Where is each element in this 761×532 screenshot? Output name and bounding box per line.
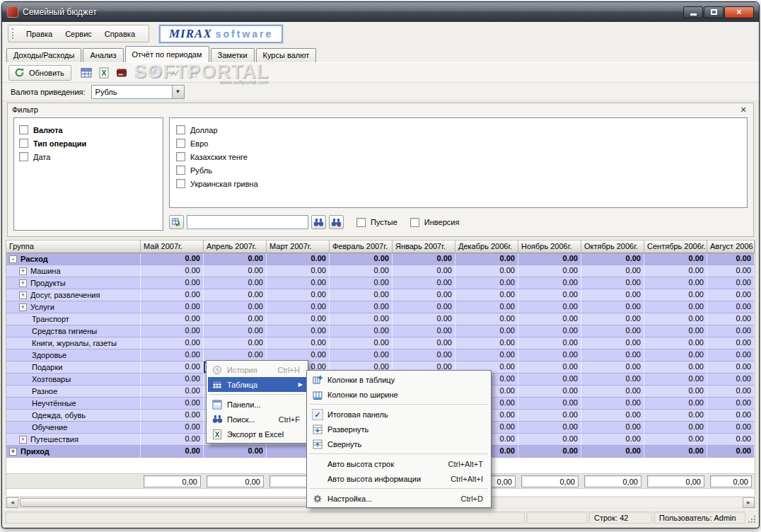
value-cell[interactable]: 0.00 — [518, 434, 581, 446]
value-cell[interactable]: 0.00 — [644, 301, 707, 313]
value-cell[interactable]: 0.00 — [267, 337, 330, 349]
refresh-button[interactable]: Обновить — [8, 65, 71, 81]
table-row-2[interactable]: +Машина0.000.000.000.000.000.000.000.000… — [6, 265, 755, 277]
value-cell[interactable]: 0.00 — [141, 313, 204, 325]
checkbox-icon[interactable] — [176, 125, 185, 134]
value-cell[interactable]: 0.00 — [330, 301, 393, 313]
value-cell[interactable]: 0.00 — [204, 301, 267, 313]
value-cell[interactable]: 0.00 — [707, 398, 755, 410]
value-cell[interactable]: 0.00 — [581, 422, 644, 434]
value-cell[interactable]: 0.00 — [330, 325, 393, 337]
value-cell[interactable]: 0.00 — [707, 386, 755, 398]
value-cell[interactable]: 0.00 — [267, 277, 330, 289]
value-cell[interactable]: 0.00 — [393, 349, 455, 362]
value-cell[interactable]: 0.00 — [204, 265, 267, 277]
checkbox-icon[interactable] — [19, 139, 28, 148]
value-cell[interactable]: 0.00 — [644, 349, 707, 362]
tab-1[interactable]: Доходы/Расходы — [6, 48, 81, 62]
value-cell[interactable]: 0.00 — [644, 265, 707, 277]
find-next-button[interactable] — [329, 215, 344, 229]
value-cell[interactable]: 0.00 — [707, 362, 755, 374]
value-cell[interactable]: 0.00 — [581, 265, 644, 277]
value-cell[interactable]: 0.00 — [518, 398, 581, 410]
checkbox-icon[interactable] — [176, 139, 185, 148]
value-cell[interactable]: 0.00 — [644, 386, 707, 398]
inverse-checkbox[interactable]: Инверсия — [410, 216, 460, 229]
value-cell[interactable]: 0.00 — [644, 253, 707, 265]
value-cell[interactable]: 0.00 — [330, 265, 393, 277]
value-cell[interactable]: 0.00 — [581, 301, 644, 313]
value-cell[interactable]: 0.00 — [455, 301, 518, 313]
value-cell[interactable]: 0.00 — [204, 313, 267, 325]
value-cell[interactable]: 0.00 — [204, 325, 267, 337]
value-cell[interactable]: 0.00 — [644, 398, 707, 410]
chart-icon-1[interactable] — [133, 66, 146, 79]
value-cell[interactable]: 0.00 — [141, 446, 204, 458]
checkbox-icon[interactable] — [176, 179, 185, 188]
value-cell[interactable]: 0.00 — [393, 313, 455, 325]
expand-row-icon[interactable]: + — [19, 267, 27, 275]
value-cell[interactable]: 0.00 — [267, 313, 330, 325]
filter-tree-item[interactable]: Дата — [19, 150, 158, 163]
value-cell[interactable]: 0.00 — [518, 422, 581, 434]
filter-apply-button[interactable] — [169, 215, 184, 229]
value-cell[interactable]: 0.00 — [581, 386, 644, 398]
value-cell[interactable]: 0.00 — [393, 289, 455, 301]
value-cell[interactable]: 0.00 — [141, 422, 204, 434]
value-cell[interactable]: 0.00 — [581, 337, 644, 349]
value-cell[interactable]: 0.00 — [393, 265, 455, 277]
value-cell[interactable]: 0.00 — [141, 349, 204, 362]
value-cell[interactable]: 0.00 — [455, 313, 518, 325]
table-row-5[interactable]: +Услуги0.000.000.000.000.000.000.000.000… — [6, 301, 755, 313]
value-cell[interactable]: 0.00 — [707, 253, 755, 265]
value-cell[interactable]: 0.00 — [644, 374, 707, 386]
checkbox-icon[interactable] — [176, 152, 185, 161]
checkbox-icon[interactable] — [176, 166, 185, 175]
value-cell[interactable]: 0.00 — [644, 446, 707, 458]
currency-combobox[interactable]: Рубль ▼ — [91, 85, 185, 99]
context-menu-item-2[interactable]: Таблица▶ — [208, 377, 306, 392]
context-menu-item-5[interactable]: Поиск...Ctrl+F — [208, 412, 306, 427]
context-menu-item-4[interactable]: Панели... — [208, 397, 306, 412]
title-bar[interactable]: Семейный бюджет × — [2, 2, 759, 22]
tab-3[interactable]: Отчёт по периодам — [125, 46, 209, 62]
value-cell[interactable]: 0.00 — [393, 325, 455, 337]
table-submenu-item-5[interactable]: Развернуть — [308, 422, 489, 436]
expand-row-icon[interactable]: + — [19, 291, 27, 299]
filter-close-button[interactable]: × — [738, 105, 749, 115]
column-header-9[interactable]: Октябрь 2006г. — [581, 241, 644, 253]
value-cell[interactable]: 0.00 — [330, 289, 393, 301]
table-submenu-item-11[interactable]: Настройка...Ctrl+D — [308, 491, 489, 506]
column-header-3[interactable]: Апрель 2007г. — [204, 241, 267, 253]
column-header-1[interactable]: Группа — [6, 241, 141, 253]
table-row-9[interactable]: Здоровье0.000.000.000.000.000.000.000.00… — [6, 349, 755, 362]
value-cell[interactable]: 0.00 — [455, 277, 518, 289]
table-row-6[interactable]: Транспорт0.000.000.000.000.000.000.000.0… — [6, 313, 755, 325]
value-cell[interactable]: 0.00 — [455, 349, 518, 362]
currency-option[interactable]: Украинская гривна — [176, 177, 740, 190]
column-header-10[interactable]: Сентябрь 2006г. — [644, 241, 707, 253]
value-cell[interactable]: 0.00 — [518, 289, 581, 301]
value-cell[interactable]: 0.00 — [707, 277, 755, 289]
expand-row-icon[interactable]: + — [9, 448, 17, 456]
value-cell[interactable]: 0.00 — [267, 325, 330, 337]
value-cell[interactable]: 0.00 — [707, 313, 755, 325]
column-header-4[interactable]: Март 2007г. — [267, 241, 330, 253]
value-cell[interactable]: 0.00 — [581, 362, 644, 374]
currency-option[interactable]: Рубль — [176, 163, 740, 177]
table-row-4[interactable]: +Досуг, развлечения0.000.000.000.000.000… — [6, 289, 755, 301]
value-cell[interactable]: 0.00 — [141, 386, 204, 398]
column-header-8[interactable]: Ноябрь 2006г. — [518, 241, 581, 253]
combo-dropdown-icon[interactable]: ▼ — [172, 86, 184, 98]
scroll-left-icon[interactable]: ◄ — [6, 497, 18, 508]
menubar-item-1[interactable]: Правка — [20, 27, 59, 41]
value-cell[interactable]: 0.00 — [204, 446, 267, 458]
find-button[interactable] — [311, 215, 326, 229]
checkbox-icon[interactable] — [19, 125, 28, 134]
value-cell[interactable]: 0.00 — [141, 398, 204, 410]
value-cell[interactable]: 0.00 — [518, 325, 581, 337]
column-header-7[interactable]: Декабрь 2006г. — [455, 241, 518, 253]
grid-view-icon[interactable] — [80, 66, 93, 79]
value-cell[interactable]: 0.00 — [141, 410, 204, 422]
tab-2[interactable]: Анализ — [83, 48, 123, 62]
